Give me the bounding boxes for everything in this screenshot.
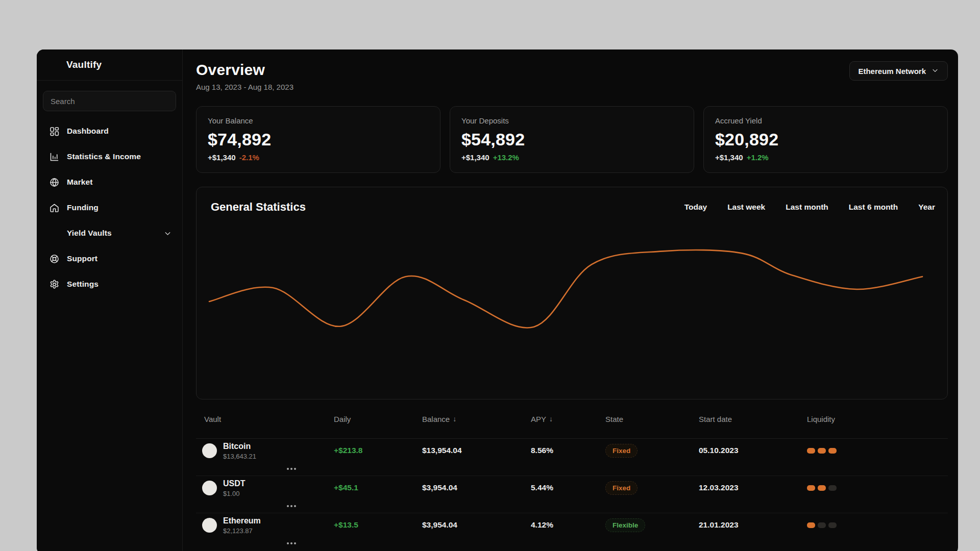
column-header-state: State xyxy=(605,415,699,423)
stat-card-value: $74,892 xyxy=(208,130,429,149)
liquidity-pill xyxy=(828,448,837,454)
liquidity-pill xyxy=(828,485,837,491)
more-cell xyxy=(196,465,334,473)
sidebar-item-label: Yield Vaults xyxy=(67,229,112,238)
sidebar-item-funding[interactable]: Funding xyxy=(37,195,182,220)
liquidity-pill xyxy=(807,448,815,454)
network-selector-button[interactable]: Ethereum Network xyxy=(849,61,948,81)
column-header-apy[interactable]: APY ↓ xyxy=(531,415,605,423)
sidebar-item-yield-vaults[interactable]: Yield Vaults xyxy=(37,220,182,246)
more-cell xyxy=(196,502,334,510)
vault-cell: USDT $1.00 xyxy=(196,479,334,497)
statistics-line-chart xyxy=(197,187,947,399)
brand-name: Vaultify xyxy=(66,59,102,70)
home-icon xyxy=(49,203,60,213)
daily-cell: +$13.5 xyxy=(334,520,422,530)
sidebar: Vaultify Dashboard Statistics & Income M… xyxy=(37,49,183,551)
table-row-usdt[interactable]: USDT $1.00 +$45.1 $3,954.04 5.44% Fixed … xyxy=(196,476,948,513)
stat-card-value: $20,892 xyxy=(715,130,936,149)
vaults-table: Vault Daily Balance ↓ APY ↓ State xyxy=(196,399,948,550)
vault-price: $2,123.87 xyxy=(223,527,261,535)
liquidity-cell xyxy=(807,522,948,528)
state-badge: Fixed xyxy=(605,481,638,495)
page-title: Overview xyxy=(196,61,293,79)
liquidity-cell xyxy=(807,448,948,454)
wallet-icon xyxy=(49,228,60,239)
balance-cell: $3,954.04 xyxy=(422,520,531,530)
sidebar-item-label: Settings xyxy=(67,280,99,289)
row-menu-icon[interactable] xyxy=(286,539,297,547)
gear-icon xyxy=(49,279,60,290)
brand-logo: Vaultify xyxy=(37,49,182,81)
sort-desc-icon: ↓ xyxy=(549,415,553,423)
stat-card-delta: +$1,340 xyxy=(208,153,236,162)
globe-icon xyxy=(49,177,60,188)
desktop-background: Vaultify Dashboard Statistics & Income M… xyxy=(0,0,980,551)
state-badge: Fixed xyxy=(605,444,638,458)
state-cell: Fixed xyxy=(605,444,699,458)
sidebar-item-settings[interactable]: Settings xyxy=(37,271,182,297)
vault-avatar xyxy=(202,518,217,533)
state-cell: Flexible xyxy=(605,518,699,532)
daily-cell: +$45.1 xyxy=(334,483,422,492)
stat-card-delta-row: +$1,340 -2.1% xyxy=(208,153,429,162)
table-row-ethereum[interactable]: Ethereum $2,123.87 +$13.5 $3,954.04 4.12… xyxy=(196,513,948,550)
table-header-row: Vault Daily Balance ↓ APY ↓ State xyxy=(196,399,948,438)
liquidity-cell xyxy=(807,485,948,491)
title-block: Overview Aug 13, 2023 - Aug 18, 2023 xyxy=(196,61,293,91)
start-date-cell: 12.03.2023 xyxy=(699,483,807,492)
table-body: Bitcoin $13,643.21 +$213.8 $13,954.04 8.… xyxy=(196,439,948,550)
chart-line-series xyxy=(209,250,922,328)
sidebar-item-dashboard[interactable]: Dashboard xyxy=(37,118,182,144)
column-header-start-date: Start date xyxy=(699,415,807,423)
state-cell: Fixed xyxy=(605,481,699,495)
vault-price: $13,643.21 xyxy=(223,453,256,460)
state-badge: Flexible xyxy=(605,518,645,532)
stat-card-delta: +$1,340 xyxy=(715,153,743,162)
sidebar-item-market[interactable]: Market xyxy=(37,169,182,195)
wallet-icon xyxy=(49,58,61,72)
column-header-balance[interactable]: Balance ↓ xyxy=(422,415,531,423)
row-menu-icon[interactable] xyxy=(286,465,297,473)
statistics-icon xyxy=(49,152,60,162)
sidebar-item-label: Dashboard xyxy=(67,127,109,136)
date-range: Aug 13, 2023 - Aug 18, 2023 xyxy=(196,83,293,91)
search-input[interactable] xyxy=(43,91,176,111)
chart-canvas xyxy=(197,187,947,399)
stat-card-label: Accrued Yield xyxy=(715,116,936,125)
stat-card-label: Your Deposits xyxy=(461,116,682,125)
liquidity-pill xyxy=(818,485,826,491)
sidebar-item-label: Statistics & Income xyxy=(67,152,141,161)
vault-cell: Ethereum $2,123.87 xyxy=(196,516,334,535)
liquidity-pill xyxy=(818,448,826,454)
app-window: Vaultify Dashboard Statistics & Income M… xyxy=(37,49,958,551)
stat-cards-row: Your Balance $74,892 +$1,340 -2.1% Your … xyxy=(196,106,948,173)
daily-cell: +$213.8 xyxy=(334,446,422,455)
network-selector-label: Ethereum Network xyxy=(858,67,926,76)
liquidity-pill xyxy=(807,485,815,491)
stat-card-change: -2.1% xyxy=(239,153,259,162)
sidebar-item-label: Support xyxy=(67,254,97,263)
general-statistics-card: General Statistics Today Last week Last … xyxy=(196,187,948,399)
vault-cell: Bitcoin $13,643.21 xyxy=(196,441,334,460)
apy-cell: 8.56% xyxy=(531,446,605,455)
sidebar-item-statistics-income[interactable]: Statistics & Income xyxy=(37,144,182,169)
sort-desc-icon: ↓ xyxy=(453,415,456,423)
row-menu-icon[interactable] xyxy=(286,502,297,510)
stat-card: Accrued Yield $20,892 +$1,340 +1.2% xyxy=(703,106,948,173)
table-row-bitcoin[interactable]: Bitcoin $13,643.21 +$213.8 $13,954.04 8.… xyxy=(196,439,948,475)
stat-card: Your Deposits $54,892 +$1,340 +13.2% xyxy=(450,106,694,173)
vault-avatar xyxy=(202,481,217,495)
start-date-cell: 05.10.2023 xyxy=(699,446,807,455)
stat-card-change: +13.2% xyxy=(493,153,519,162)
vault-name: USDT xyxy=(223,479,246,489)
liquidity-pill xyxy=(807,522,815,528)
liquidity-pill xyxy=(818,522,826,528)
main-header: Overview Aug 13, 2023 - Aug 18, 2023 Eth… xyxy=(196,61,948,91)
vault-name: Bitcoin xyxy=(223,441,256,452)
sidebar-menu: Dashboard Statistics & Income Market Fun… xyxy=(37,118,182,297)
apy-cell: 5.44% xyxy=(531,483,605,492)
sidebar-item-support[interactable]: Support xyxy=(37,246,182,271)
stat-card-label: Your Balance xyxy=(208,116,429,125)
stat-card-change: +1.2% xyxy=(747,153,769,162)
